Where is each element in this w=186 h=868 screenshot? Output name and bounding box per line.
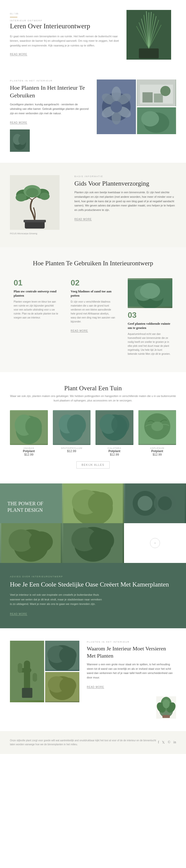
svg-point-66: [88, 492, 113, 515]
guide-text: Planten zijn ook een beetje kwetsbaar in…: [74, 190, 176, 212]
howto-section: Hoe Planten Te Gebruiken In Interieuront…: [0, 247, 186, 372]
svg-point-75: [29, 531, 53, 552]
step3-plant-svg: [128, 278, 172, 308]
powerimg2-svg: [124, 484, 186, 523]
garden-section: Plant Overal Een Tuin Waar we ook zijn, …: [0, 372, 186, 484]
plant-4-price: $12.99: [138, 453, 176, 456]
step-3-text: Aquariuminhoud echt van dan hoeveelheid …: [128, 332, 172, 356]
plant2-svg: [53, 410, 91, 445]
power-text: THE POWER OF PLANT DESIGN: [0, 484, 62, 523]
plants-intro-title: Hoe Planten In Het Interieur Te Gebruike…: [10, 84, 89, 99]
read-more-link[interactable]: READ MORE: [10, 53, 27, 56]
plant-image-3: [96, 410, 134, 445]
svg-point-79: [89, 529, 114, 552]
plant-2-price: $12.99: [53, 450, 91, 453]
next-arrow[interactable]: ›: [150, 538, 160, 548]
power-image-2: [124, 484, 186, 523]
hero-title: Leren Over Interieurontwerp: [10, 22, 119, 30]
linkedin-icon[interactable]: in: [173, 740, 176, 745]
svg-rect-100: [162, 715, 170, 718]
guide-title: Gids Voor Plantenverzorging: [74, 180, 176, 187]
svg-point-99: [163, 699, 170, 708]
social-icons: f 𝕏 © in: [158, 740, 176, 745]
plant-4-species: ASPLENUM: [138, 447, 176, 450]
oase-read-more[interactable]: READ MORE: [10, 613, 27, 616]
plant1-svg: [10, 410, 48, 445]
room-svg: [137, 80, 176, 106]
waarom-img3-svg: [45, 672, 79, 701]
step-2-read-more[interactable]: READ MORE: [71, 330, 88, 332]
svg-point-33: [141, 111, 159, 126]
svg-point-93: [60, 678, 76, 693]
image-grid: [97, 80, 176, 134]
guide-read-more[interactable]: READ MORE: [74, 218, 92, 221]
power-arrow-block: ›: [124, 523, 186, 563]
facebook-icon[interactable]: f: [158, 740, 159, 745]
waarom-images: [10, 641, 79, 719]
bekijk-button[interactable]: BEKIJK ALLES: [76, 461, 110, 468]
plant-card-3: CALATHEA Potplant $12.99: [96, 410, 134, 456]
waarom-text: Wanneer u een een grote muur staat om te…: [87, 662, 176, 680]
plants-intro-text: Gezelligere planten: kundig aangebracht …: [10, 102, 89, 116]
waarom-image-2: [45, 641, 79, 671]
plant-image-4: [138, 410, 176, 445]
svg-point-70: [138, 496, 152, 511]
steps-grid: 01 Plan uw centrale ontwerp rond planten…: [10, 275, 176, 360]
svg-point-40: [40, 192, 49, 200]
plants-grid: ANANAS Potplant $12.99 SPATHIPHYLLUM $12…: [10, 410, 176, 456]
oase-label: ADVIES OVER INTERIEURONTWERP: [10, 576, 176, 578]
svg-point-71: [158, 496, 172, 510]
guide-left: FICUS Microcarpa Ginseng: [10, 175, 65, 235]
greenimg1-svg: [137, 107, 176, 134]
plant-card-1: ANANAS Potplant $12.99: [10, 410, 48, 456]
plant-card-4: ASPLENUM Potplant $12.99: [138, 410, 176, 456]
svg-rect-81: [24, 660, 30, 690]
succulents-image: [97, 80, 136, 134]
step-2-title: Voeg bladmos of zand toe aan potten: [71, 289, 115, 298]
small-succulent-svg: [156, 696, 176, 719]
instagram-icon[interactable]: ©: [168, 740, 171, 745]
room-image: [137, 80, 176, 106]
step-2: 02 Voeg bladmos of zand toe aan potten E…: [67, 275, 119, 360]
svg-point-16: [18, 135, 26, 145]
twitter-icon[interactable]: 𝕏: [162, 740, 165, 745]
step-3-image: [128, 278, 172, 308]
waarom-read-more[interactable]: READ MORE: [87, 686, 104, 689]
hero-plant-image: [126, 10, 171, 60]
step-1-text: Planten voegen leven en kleur toe aan ee…: [14, 300, 58, 320]
waarom-image-1: [10, 641, 44, 702]
succulents-svg: [97, 80, 136, 134]
step-1-title: Plan uw centrale ontwerp rond planten: [14, 289, 58, 298]
oase-text: Veel je interieur is vol ook van inspira…: [10, 592, 104, 607]
svg-point-42: [26, 188, 38, 197]
waarom-image-3: [45, 672, 79, 702]
waarom-image-grid: [10, 641, 79, 700]
svg-point-47: [140, 283, 160, 299]
small-plant-image: [10, 129, 89, 153]
svg-point-59: [111, 415, 129, 435]
plants-intro-label: PLANTEN IN HET INTERIEUR: [10, 80, 89, 82]
step-1: 01 Plan uw centrale ontwerp rond planten…: [10, 275, 62, 360]
plant-image-1: [10, 410, 48, 445]
plant4-svg: [138, 410, 176, 445]
plant-3-price: $12.99: [96, 453, 134, 456]
footer-text: Onze stijlvolle plant zorgt voor goede w…: [10, 739, 158, 746]
powerimg4-svg: [62, 523, 124, 563]
waarom-img1-svg: [10, 641, 44, 700]
plants-intro-left: PLANTEN IN HET INTERIEUR Hoe Planten In …: [10, 80, 89, 153]
grass-svg: [126, 10, 171, 60]
plants-intro-section: PLANTEN IN HET INTERIEUR Hoe Planten In …: [0, 69, 186, 163]
oase-section: ADVIES OVER INTERIEURONTWERP Hoe Je Een …: [0, 563, 186, 628]
plant-1-price: $12.99: [10, 453, 48, 456]
plant-2-species: SPATHIPHYLLUM: [53, 447, 91, 450]
svg-point-55: [67, 414, 86, 436]
plants-intro-read-more[interactable]: READ MORE: [10, 121, 27, 124]
guide-label: BASIS INFORMATIE: [74, 175, 176, 178]
waarom-img2-svg: [45, 641, 79, 670]
slide-nav: 01 / 05: [10, 12, 119, 15]
waarom-label: PLANTEN IN HET INTERIEUR: [87, 641, 176, 643]
plant-3-species: CALATHEA: [96, 447, 134, 450]
divider: [10, 17, 17, 18]
svg-point-38: [15, 193, 27, 202]
garden-subtitle: Waar we ook zijn, planten maken ons gelu…: [10, 394, 176, 403]
